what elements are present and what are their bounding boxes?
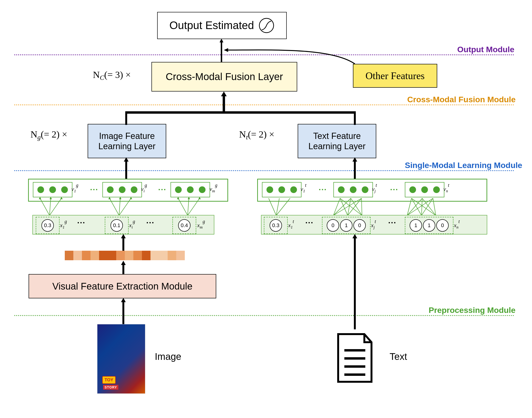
input-text-label: Text <box>390 351 407 362</box>
svg-line-19 <box>188 198 200 215</box>
arrow-text-emb-to-layer <box>353 157 357 179</box>
image-cell-xm: 0.4 <box>172 217 196 234</box>
svg-marker-59 <box>353 234 357 238</box>
arrow-img-emb-to-layer <box>124 157 129 179</box>
text-x1-label: x1t <box>288 221 294 229</box>
svg-line-46 <box>340 198 362 215</box>
svg-marker-25 <box>130 197 132 199</box>
svg-line-47 <box>351 198 362 215</box>
arrow-image-to-extract <box>121 298 126 324</box>
arrow-branches-to-fusion <box>124 92 357 125</box>
svg-marker-27 <box>188 197 190 199</box>
image-emb-vi-label: vig <box>141 185 147 192</box>
dots-icon: ··· <box>319 185 327 194</box>
dots-icon: ··· <box>77 218 85 227</box>
svg-marker-8 <box>221 92 227 96</box>
image-x1-label: x1g <box>60 221 67 229</box>
input-image-poster: TOY STORY <box>97 324 145 394</box>
text-cell-xn: 1 1 0 <box>405 217 454 234</box>
svg-line-12 <box>50 198 51 215</box>
text-emb-vn <box>405 182 444 197</box>
svg-marker-30 <box>121 234 126 238</box>
text-cell-xj: 0 1 0 <box>322 217 371 234</box>
svg-line-13 <box>50 198 61 215</box>
arrow-extract-to-heat <box>121 261 126 275</box>
image-emb-v1 <box>33 182 72 197</box>
svg-marker-21 <box>50 197 52 199</box>
svg-marker-2 <box>220 39 223 42</box>
image-xm-label: xmg <box>197 221 205 229</box>
image-xi-label: xig <box>129 221 135 229</box>
svg-marker-36 <box>353 157 357 162</box>
svg-marker-26 <box>177 197 179 199</box>
output-estimated-box: Output Estimated <box>157 12 287 39</box>
svg-line-38 <box>276 198 279 215</box>
text-cell-x1: 0.3 <box>264 217 288 234</box>
svg-marker-3 <box>224 48 228 52</box>
svg-line-53 <box>421 198 422 215</box>
feature-heatmap <box>65 251 185 260</box>
svg-marker-34 <box>121 298 126 302</box>
text-emb-vj <box>333 182 373 197</box>
svg-line-17 <box>178 198 188 215</box>
dots-icon: ··· <box>388 218 396 227</box>
svg-marker-10 <box>124 157 129 162</box>
text-emb-v1 <box>262 182 301 197</box>
image-emb-vm-label: vmg <box>210 185 217 192</box>
text-xj-label: xjt <box>371 221 376 229</box>
text-emb-vj-label: vjt <box>372 185 377 192</box>
image-emb-v1-label: v1g <box>71 185 78 192</box>
section-preprocessing: Preprocessing Module <box>429 305 516 315</box>
text-emb-vn-label: vnt <box>443 185 449 192</box>
svg-marker-32 <box>121 261 126 265</box>
image-multiplier: Ng(= 2) × <box>31 129 67 140</box>
svg-line-48 <box>362 198 362 215</box>
svg-line-37 <box>269 198 276 215</box>
svg-line-18 <box>188 198 189 215</box>
svg-line-43 <box>340 198 348 215</box>
text-projection-lines <box>262 197 450 216</box>
svg-line-57 <box>433 198 436 215</box>
dots-icon: ··· <box>90 185 98 194</box>
svg-line-55 <box>411 198 436 215</box>
arrow-heat-to-x <box>121 234 126 251</box>
svg-marker-24 <box>119 197 122 199</box>
input-image-label: Image <box>155 351 181 362</box>
section-single-modal: Single-Modal Learning Module <box>405 161 522 170</box>
svg-marker-22 <box>60 197 63 199</box>
section-cross-modal: Cross-Modal Fusion Module <box>407 95 516 104</box>
image-projection-lines <box>33 197 209 216</box>
svg-line-15 <box>119 198 120 215</box>
svg-line-16 <box>119 198 131 215</box>
image-emb-vi <box>102 182 142 197</box>
svg-line-14 <box>110 198 119 215</box>
dots-icon: ··· <box>390 185 398 194</box>
svg-marker-23 <box>108 197 111 199</box>
dots-icon: ··· <box>158 185 166 194</box>
text-xn-label: xnt <box>454 221 460 229</box>
dots-icon: ··· <box>146 218 154 227</box>
other-features-box: Other Features <box>353 64 437 88</box>
text-multiplier: Nt(= 2) × <box>239 129 274 140</box>
svg-line-11 <box>40 198 50 215</box>
text-emb-v1-label: v1t <box>300 185 307 192</box>
arrow-img-layer-up <box>124 119 129 125</box>
arrow-fusion-to-output <box>219 39 224 62</box>
document-icon <box>333 332 376 384</box>
svg-marker-28 <box>198 197 201 199</box>
svg-line-42 <box>333 198 362 215</box>
section-output-module: Output Module <box>457 45 514 54</box>
output-estimated-label: Output Estimated <box>169 19 254 32</box>
image-cell-xi: 0.1 <box>105 217 129 234</box>
svg-line-40 <box>333 198 340 215</box>
arrow-text-to-x <box>353 234 357 329</box>
dots-icon: ··· <box>305 218 313 227</box>
text-feature-learning-layer: Text Feature Learning Layer <box>298 124 376 158</box>
image-feature-learning-layer: Image Feature Learning Layer <box>88 124 166 158</box>
fusion-multiplier: NC(= 3) × <box>93 69 131 80</box>
visual-feature-extraction-module: Visual Feature Extraction Module <box>29 274 216 298</box>
svg-marker-20 <box>39 197 41 199</box>
image-emb-vm <box>170 182 210 197</box>
arrow-other-features <box>224 43 357 67</box>
image-cell-x1: 0.3 <box>36 217 60 234</box>
